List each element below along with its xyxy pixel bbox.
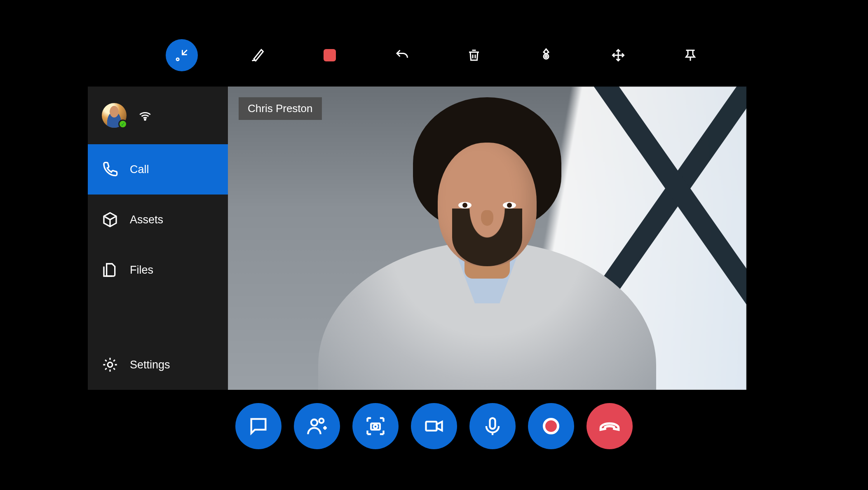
- snapshot-button[interactable]: [352, 403, 399, 449]
- sidebar-item-label: Settings: [130, 359, 170, 371]
- participant-name-tag: Chris Preston: [239, 97, 322, 120]
- pen-icon: [250, 48, 265, 63]
- video-area[interactable]: Chris Preston: [228, 87, 746, 390]
- move-button[interactable]: [606, 43, 631, 68]
- svg-point-6: [319, 419, 324, 423]
- sidebar-item-files[interactable]: Files: [88, 245, 228, 295]
- assets-icon: [102, 211, 118, 228]
- svg-rect-10: [490, 418, 495, 429]
- move-icon: [611, 48, 626, 63]
- svg-rect-9: [426, 422, 437, 431]
- annotate-button[interactable]: [534, 43, 558, 68]
- add-participant-button[interactable]: [294, 403, 340, 449]
- chat-button[interactable]: [235, 403, 282, 449]
- video-button[interactable]: [411, 403, 457, 449]
- files-icon: [102, 262, 118, 278]
- mic-icon: [482, 415, 503, 437]
- ink-button[interactable]: [245, 43, 270, 68]
- sidebar-item-label: Files: [130, 264, 153, 277]
- sidebar-nav: Call Assets Files Settings: [88, 144, 228, 390]
- sidebar-item-label: Call: [130, 163, 149, 176]
- undo-button[interactable]: [389, 43, 414, 68]
- svg-point-3: [145, 119, 146, 120]
- sidebar-item-settings[interactable]: Settings: [88, 340, 228, 390]
- phone-icon: [102, 161, 118, 178]
- annotation-toolbar: [0, 39, 868, 71]
- svg-point-0: [176, 58, 178, 61]
- add-people-icon: [306, 415, 328, 437]
- sidebar-item-label: Assets: [130, 213, 163, 226]
- chat-icon: [248, 415, 269, 437]
- end-call-button[interactable]: [586, 403, 633, 449]
- app-window: ✓ Call Assets: [88, 87, 746, 390]
- sidebar-item-call[interactable]: Call: [88, 144, 228, 195]
- target-icon: [539, 48, 554, 63]
- record-button[interactable]: [528, 403, 574, 449]
- collapse-icon: [175, 48, 189, 62]
- participant-video: [326, 134, 648, 390]
- undo-icon: [394, 48, 409, 63]
- svg-point-4: [108, 362, 113, 367]
- pin-icon: [683, 48, 698, 63]
- call-controls: [0, 403, 868, 449]
- sidebar-item-assets[interactable]: Assets: [88, 195, 228, 245]
- hangup-icon: [599, 415, 620, 437]
- trash-icon: [467, 48, 481, 63]
- svg-point-2: [545, 56, 547, 58]
- stop-icon: [324, 49, 336, 61]
- camera-capture-icon: [365, 415, 386, 437]
- connection-icon: [138, 108, 152, 123]
- microphone-button[interactable]: [469, 403, 516, 449]
- video-icon: [423, 415, 445, 437]
- sidebar: ✓ Call Assets: [88, 87, 228, 390]
- presence-badge: ✓: [118, 120, 127, 129]
- profile-area[interactable]: ✓: [88, 87, 228, 144]
- pin-button[interactable]: [678, 43, 703, 68]
- delete-button[interactable]: [462, 43, 486, 68]
- gear-icon: [102, 356, 118, 373]
- stop-record-button[interactable]: [317, 43, 342, 68]
- record-icon: [543, 418, 559, 434]
- minimize-button[interactable]: [166, 39, 198, 71]
- svg-point-8: [374, 425, 378, 429]
- svg-point-5: [311, 420, 317, 426]
